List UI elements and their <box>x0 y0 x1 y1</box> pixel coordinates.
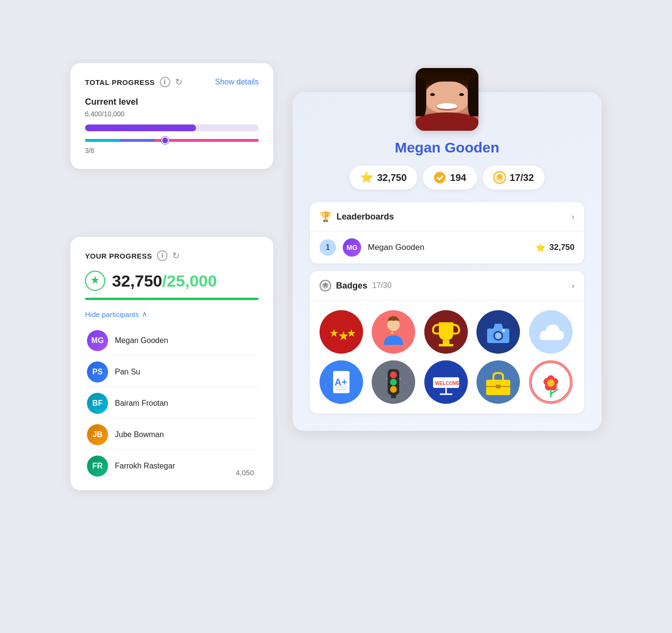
svg-text:★: ★ <box>329 327 339 339</box>
level-fraction: 6,400/10,000 <box>85 110 259 118</box>
svg-point-3 <box>435 173 444 182</box>
step-fraction: 3/6 <box>85 147 259 154</box>
svg-text:WELCOME: WELCOME <box>435 381 461 386</box>
stars-badge[interactable]: ★ ★ ★ <box>320 310 363 354</box>
badges-count: 17/30 <box>372 281 392 290</box>
flower-badge[interactable] <box>529 360 573 404</box>
briefcase-badge[interactable] <box>476 360 520 404</box>
svg-text:★: ★ <box>347 327 356 339</box>
trophy-icon: 🏆 <box>320 211 332 222</box>
hide-participants-toggle[interactable]: Hide participants ∧ <box>85 310 259 318</box>
badges-chevron-right-icon: › <box>572 281 574 291</box>
step-progress-bar <box>85 139 259 142</box>
welcome-badge[interactable]: WELCOME <box>424 360 468 404</box>
rank-badge: 1 <box>320 239 336 256</box>
camera-badge[interactable] <box>476 310 520 354</box>
trophy-badge[interactable] <box>424 310 468 354</box>
badges-title: Badges <box>336 281 367 291</box>
level-progress-fill <box>85 124 196 131</box>
your-progress-refresh-icon[interactable]: ↻ <box>172 250 180 261</box>
badges-stat: 17/32 <box>483 165 545 190</box>
total-progress-title: TOTAL PROGRESS <box>85 78 155 86</box>
grade-badge[interactable]: A+ <box>320 360 363 404</box>
list-item[interactable]: MG Megan Gooden <box>85 326 259 356</box>
profile-stats-row: ⭐ 32,750 194 17/32 <box>310 165 584 190</box>
your-progress-header: YOUR PROGRESS ℹ ↻ <box>85 250 259 261</box>
total-progress-card: TOTAL PROGRESS ℹ ↻ Show details Current … <box>70 63 273 169</box>
your-progress-title: YOUR PROGRESS <box>85 252 152 260</box>
medal-icon <box>493 171 506 184</box>
leaderboard-entry-score: ⭐ 32,750 <box>535 243 574 253</box>
chevron-right-icon: › <box>572 212 574 222</box>
star-green-icon: ★ <box>85 271 105 291</box>
your-progress-fill <box>85 298 259 300</box>
chevron-up-icon: ∧ <box>142 310 147 318</box>
participant-name: Jube Bowman <box>115 430 164 439</box>
participant-name: Bairam Frootan <box>115 399 168 408</box>
avatar: MG <box>87 330 108 351</box>
total-progress-refresh-icon[interactable]: ↻ <box>175 77 182 87</box>
svg-point-23 <box>502 329 505 332</box>
list-item[interactable]: JB Jube Bowman <box>85 420 259 450</box>
svg-point-22 <box>495 332 502 339</box>
your-progress-info-icon[interactable]: ℹ <box>157 250 168 261</box>
leaderboard-row[interactable]: 1 MG Megan Gooden ⭐ 32,750 <box>310 232 584 263</box>
person-badge[interactable]: ★ <box>372 310 415 354</box>
svg-rect-18 <box>439 344 453 346</box>
level-progress-bar <box>85 124 259 131</box>
svg-rect-46 <box>496 385 501 388</box>
svg-rect-17 <box>443 340 449 344</box>
leaderboard-avatar: MG <box>343 238 361 257</box>
svg-text:★: ★ <box>390 330 394 335</box>
leaderboard-section: 🏆 Leaderboards › 1 MG Megan Gooden ⭐ 32,… <box>310 202 584 263</box>
svg-point-33 <box>390 379 397 385</box>
check-circle-icon <box>434 171 446 184</box>
svg-point-14 <box>390 320 397 328</box>
participant-name: Pan Su <box>115 368 140 376</box>
avatar: BF <box>87 393 108 414</box>
badge-medal-icon <box>320 280 331 291</box>
profile-card: Megan Gooden ⭐ 32,750 194 <box>293 92 602 431</box>
badges-header[interactable]: Badges 17/30 › <box>310 271 584 301</box>
farrokh-score: 4,050 <box>236 468 254 477</box>
list-item[interactable]: FR Farrokh Rastegar 4,050 <box>85 452 259 481</box>
your-progress-bar <box>85 298 259 300</box>
stars-value: 32,750 <box>377 172 406 183</box>
profile-photo <box>416 68 478 131</box>
avatar: PS <box>87 361 108 383</box>
star-icon: ⭐ <box>360 171 373 184</box>
current-level-label: Current level <box>85 97 259 107</box>
leaderboard-entry-name: Megan Gooden <box>368 243 529 252</box>
list-item[interactable]: BF Bairam Frootan <box>85 389 259 418</box>
participant-name: Farrokh Rastegar <box>115 462 175 470</box>
your-progress-main: ★ 32,750/25,000 <box>85 271 259 291</box>
your-progress-card: YOUR PROGRESS ℹ ↻ ★ 32,750/25,000 Hide p… <box>70 237 273 490</box>
cloud-badge[interactable] <box>529 310 573 354</box>
step-progress-thumb <box>161 137 169 144</box>
avatar: FR <box>87 455 108 477</box>
svg-point-34 <box>390 386 397 393</box>
your-progress-numbers: 32,750/25,000 <box>112 272 217 290</box>
completions-value: 194 <box>450 172 466 183</box>
badges-grid: ★ ★ ★ ★ <box>310 301 584 413</box>
svg-rect-35 <box>391 395 396 398</box>
score-star-icon: ⭐ <box>535 243 546 253</box>
svg-text:A+: A+ <box>335 377 347 387</box>
show-details-link[interactable]: Show details <box>215 78 259 86</box>
avatar: JB <box>87 424 108 445</box>
leaderboard-header[interactable]: 🏆 Leaderboards › <box>310 202 584 232</box>
completions-stat: 194 <box>423 165 476 190</box>
badges-section: Badges 17/30 › ★ ★ ★ <box>310 271 584 413</box>
traffic-badge[interactable] <box>372 360 415 404</box>
total-progress-header: TOTAL PROGRESS ℹ ↻ Show details <box>85 77 259 87</box>
profile-name: Megan Gooden <box>395 139 500 156</box>
svg-text:★: ★ <box>90 274 100 286</box>
total-progress-info-icon[interactable]: ℹ <box>160 77 170 87</box>
svg-point-53 <box>547 379 554 386</box>
badges-value: 17/32 <box>510 172 534 183</box>
stars-stat: ⭐ 32,750 <box>350 165 417 190</box>
participant-name: Megan Gooden <box>115 336 168 345</box>
participant-list: MG Megan Gooden PS Pan Su BF Bairam Froo… <box>85 326 259 481</box>
list-item[interactable]: PS Pan Su <box>85 358 259 387</box>
leaderboard-title: Leaderboards <box>336 212 394 222</box>
